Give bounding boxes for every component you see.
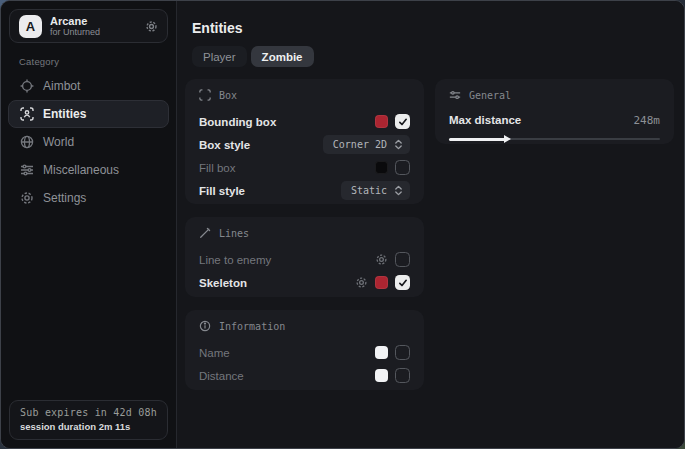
fill-style-dropdown[interactable]: Static (341, 181, 410, 200)
setting-label: Skeleton (199, 277, 247, 289)
setting-row-max-distance: Max distance 248m (449, 110, 660, 130)
card-title: Box (219, 90, 237, 101)
sidebar-item-world[interactable]: World (8, 128, 169, 156)
information-card-header: Information (199, 320, 410, 332)
sliders-icon (20, 163, 34, 177)
card-title: General (469, 90, 511, 101)
setting-row-fill-box: Fill box (199, 156, 410, 179)
setting-label: Line to enemy (199, 254, 271, 266)
app-logo: A (19, 15, 42, 38)
globe-icon (20, 135, 34, 149)
setting-row-box-style: Box style Corner 2D (199, 133, 410, 156)
color-swatch[interactable] (375, 369, 388, 382)
checkbox[interactable] (395, 252, 410, 267)
setting-row-distance: Distance (199, 364, 410, 387)
checkbox[interactable] (395, 114, 410, 129)
info-icon (199, 320, 211, 332)
setting-row-line-to-enemy: Line to enemy (199, 248, 410, 271)
lines-card: Lines Line to enemy Skeleton (185, 217, 424, 297)
sidebar-nav: Aimbot Entities World (1, 72, 176, 212)
lines-card-header: Lines (199, 227, 410, 239)
app-subtitle: for Unturned (50, 27, 100, 37)
sidebar-item-label: Miscellaneous (43, 163, 119, 177)
entity-tabs: Player Zombie (192, 46, 314, 67)
sidebar-item-settings[interactable]: Settings (8, 184, 169, 212)
slider-thumb[interactable] (504, 135, 511, 143)
max-distance-value: 248m (634, 114, 661, 127)
color-swatch[interactable] (375, 161, 388, 174)
slider-fill (449, 138, 506, 141)
checkbox[interactable] (395, 345, 410, 360)
setting-row-name: Name (199, 341, 410, 364)
setting-row-fill-style: Fill style Static (199, 179, 410, 202)
dropdown-value: Corner 2D (333, 139, 387, 150)
information-card: Information Name Distance (185, 310, 424, 390)
setting-label: Fill style (199, 185, 245, 197)
box-card: Box Bounding box Box style Cor (185, 79, 424, 204)
setting-row-bounding-box: Bounding box (199, 110, 410, 133)
dropdown-value: Static (351, 185, 387, 196)
gear-icon[interactable] (145, 20, 158, 33)
checkbox[interactable] (395, 160, 410, 175)
box-style-dropdown[interactable]: Corner 2D (323, 135, 410, 154)
sidebar: A Arcane for Unturned Category Aimbot (1, 1, 177, 448)
setting-label: Distance (199, 370, 244, 382)
color-swatch[interactable] (375, 276, 388, 289)
setting-label: Name (199, 347, 230, 359)
card-title: Lines (219, 228, 249, 239)
chevrons-up-down-icon (394, 185, 403, 196)
sidebar-item-aimbot[interactable]: Aimbot (8, 72, 169, 100)
sub-expiry-text: Sub expires in 42d 08h (20, 407, 157, 418)
app-window: A Arcane for Unturned Category Aimbot (0, 0, 685, 449)
app-name: Arcane (50, 15, 100, 28)
sidebar-item-label: World (43, 135, 74, 149)
card-title: Information (219, 321, 285, 332)
main-content: Entities Player Zombie Box Bounding box (177, 1, 684, 448)
category-label: Category (19, 56, 59, 67)
page-title: Entities (192, 20, 243, 36)
brand-card: A Arcane for Unturned (9, 9, 168, 43)
gear-icon[interactable] (355, 276, 368, 289)
entities-icon (20, 107, 34, 121)
general-card: General Max distance 248m (435, 79, 674, 144)
box-card-header: Box (199, 89, 410, 101)
sidebar-item-miscellaneous[interactable]: Miscellaneous (8, 156, 169, 184)
tab-zombie[interactable]: Zombie (251, 46, 314, 67)
subscription-card: Sub expires in 42d 08h session duration … (9, 400, 168, 440)
sidebar-item-entities[interactable]: Entities (8, 100, 169, 128)
max-distance-slider[interactable] (449, 134, 660, 144)
crosshair-icon (20, 79, 34, 93)
bounding-box-icon (199, 89, 211, 101)
sidebar-item-label: Aimbot (43, 79, 80, 93)
color-swatch[interactable] (375, 346, 388, 359)
sliders-icon (449, 89, 461, 101)
setting-label: Max distance (449, 114, 521, 126)
sidebar-item-label: Entities (43, 107, 86, 121)
chevrons-up-down-icon (394, 139, 403, 150)
left-column: Box Bounding box Box style Cor (185, 79, 424, 403)
sidebar-item-label: Settings (43, 191, 86, 205)
pencil-line-icon (199, 227, 211, 239)
setting-label: Fill box (199, 162, 235, 174)
right-column: General Max distance 248m (435, 79, 674, 157)
session-duration-text: session duration 2m 11s (20, 421, 157, 432)
checkbox[interactable] (395, 275, 410, 290)
tab-player[interactable]: Player (192, 46, 247, 67)
brand-text: Arcane for Unturned (50, 15, 100, 38)
checkbox[interactable] (395, 368, 410, 383)
color-swatch[interactable] (375, 115, 388, 128)
general-card-header: General (449, 89, 660, 101)
gear-icon[interactable] (375, 253, 388, 266)
setting-label: Bounding box (199, 116, 276, 128)
setting-row-skeleton: Skeleton (199, 271, 410, 294)
setting-label: Box style (199, 139, 250, 151)
gear-icon (20, 191, 34, 205)
